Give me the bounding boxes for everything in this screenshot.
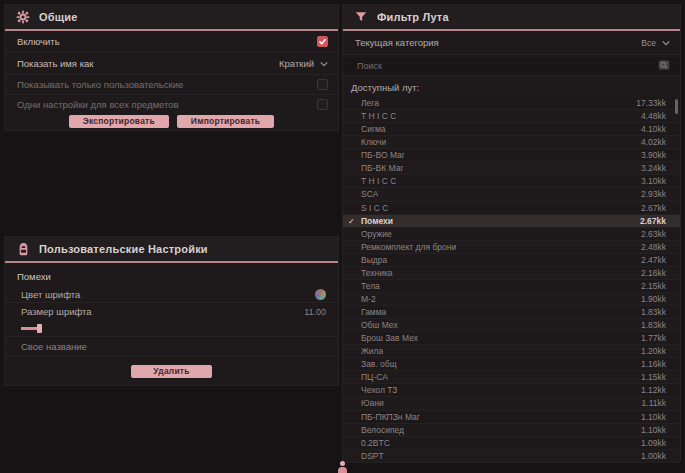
scrollbar-thumb[interactable]	[675, 99, 678, 114]
loot-list-item[interactable]: Сигма4.10kk	[343, 123, 680, 136]
loot-item-name: Чехол ТЗ	[361, 385, 397, 395]
font-color-label: Цвет шрифта	[21, 289, 80, 300]
loot-list-item[interactable]: S I С С2.67kk	[343, 202, 680, 215]
search-icon[interactable]	[658, 57, 670, 75]
loot-item-value: 1.20kk	[641, 346, 666, 356]
category-label: Текущая категория	[355, 37, 439, 48]
loot-list-item[interactable]: 0.2BTC1.09kk	[343, 437, 680, 450]
loot-list-item[interactable]: Зав. общ1.16kk	[343, 358, 680, 371]
setting-row-only-custom: Показывать только пользовательские	[5, 75, 338, 95]
loot-list-item[interactable]: ПБ-ВК Маг3.24kk	[343, 162, 680, 175]
loot-item-name: Сигма	[361, 124, 386, 134]
loot-list-item[interactable]: ПБ-ВО Маг3.90kk	[343, 149, 680, 162]
loot-list-item[interactable]: Выдра2.47kk	[343, 254, 680, 267]
loot-item-value: 1.00kk	[641, 451, 666, 461]
search-input[interactable]: Поиск	[343, 57, 680, 76]
loot-list-item[interactable]: Техника2.16kk	[343, 267, 680, 280]
loot-item-value: 4.10kk	[641, 124, 666, 134]
color-wheel-icon[interactable]	[315, 289, 326, 300]
font-color-row[interactable]: Цвет шрифта	[5, 286, 338, 303]
only-custom-checkbox[interactable]	[317, 79, 328, 90]
loot-item-name: Ключи	[361, 137, 386, 147]
export-button[interactable]: Экспортировать	[69, 115, 169, 128]
loot-list-item[interactable]: ПБ-ПКПЗн Маг1.10kk	[343, 411, 680, 424]
loot-item-name: ПБ-ВО Маг	[361, 150, 405, 160]
general-panel: Общие Включить Показать имя как Краткий …	[4, 4, 339, 131]
loot-item-name: Ремкомплект для брони	[361, 242, 456, 252]
selected-item-name: Помехи	[5, 263, 338, 286]
loot-list-item[interactable]: Тела2.15kk	[343, 280, 680, 293]
custom-name-input[interactable]: Свое название	[21, 341, 87, 352]
loot-list-item[interactable]: DSPT1.00kk	[343, 450, 680, 463]
same-settings-checkbox[interactable]	[317, 99, 328, 110]
loot-list-item[interactable]: Жила1.20kk	[343, 345, 680, 358]
loot-item-value: 1.10kk	[641, 425, 666, 435]
loot-list-item[interactable]: ПЦ-СА1.15kk	[343, 371, 680, 384]
loot-item-name: ПБ-ВК Маг	[361, 163, 404, 173]
loot-list-item[interactable]: Ремкомплект для брони2.48kk	[343, 241, 680, 254]
category-row: Текущая категория Все	[343, 31, 680, 55]
loot-list-item[interactable]: Брош Зав Мех1.77kk	[343, 332, 680, 345]
loot-item-name: М-2	[361, 294, 376, 304]
loot-list-item[interactable]: Т Н I С С3.10kk	[343, 175, 680, 188]
category-value: Все	[641, 38, 656, 48]
loot-item-value: 1.90kk	[641, 294, 666, 304]
loot-item-value: 2.67kk	[640, 216, 666, 226]
loot-item-name: Т Н I С С	[361, 176, 396, 186]
import-button[interactable]: Импортировать	[177, 115, 274, 128]
gear-icon	[15, 9, 31, 25]
slider-handle[interactable]	[37, 324, 42, 333]
loot-item-value: 3.10kk	[641, 176, 666, 186]
delete-button[interactable]: Удалить	[131, 365, 211, 378]
loot-item-name: Велосипед	[361, 425, 404, 435]
loot-list-item[interactable]: SCA2.93kk	[343, 188, 680, 201]
custom-name-row[interactable]: Свое название	[5, 337, 338, 357]
loot-filter-title: Фильтр Лута	[377, 11, 449, 23]
chevron-down-icon	[662, 39, 670, 47]
loot-item-value: 1.09kk	[641, 438, 666, 448]
loot-list-item[interactable]: Гамма1.83kk	[343, 306, 680, 319]
name-display-dropdown[interactable]: Краткий	[279, 58, 328, 69]
export-import-row: Экспортировать Импортировать	[5, 113, 338, 130]
loot-item-name: Тела	[361, 281, 380, 291]
enable-checkbox[interactable]	[317, 36, 328, 47]
loot-item-name: S I С С	[361, 203, 388, 213]
delete-row: Удалить	[5, 360, 338, 382]
loot-list-item[interactable]: М-21.90kk	[343, 293, 680, 306]
backpack-icon	[15, 241, 31, 257]
loot-item-name: Лега	[361, 98, 379, 108]
loot-filter-header: Фильтр Лута	[343, 5, 680, 31]
loot-list-item[interactable]: Оружие2.63kk	[343, 228, 680, 241]
font-size-row: Размер шрифта 11.00	[5, 303, 338, 320]
loot-list-item[interactable]: Юани1.11kk	[343, 397, 680, 410]
loot-item-value: 1.15kk	[641, 372, 666, 382]
only-custom-label: Показывать только пользовательские	[17, 79, 183, 90]
loot-list-item[interactable]: Лега17.33kk	[343, 97, 680, 110]
loot-list-item[interactable]: Т Н I С С4.48kk	[343, 110, 680, 123]
loot-item-name: Обш Мех	[361, 320, 398, 330]
loot-item-value: 2.93kk	[641, 189, 666, 199]
loot-list-item[interactable]: Велосипед1.10kk	[343, 424, 680, 437]
loot-list-item[interactable]: Ключи4.02kk	[343, 136, 680, 149]
loot-list-item[interactable]: Обш Мех1.83kk	[343, 319, 680, 332]
loot-item-value: 1.16kk	[641, 359, 666, 369]
loot-item-value: 3.24kk	[641, 163, 666, 173]
loot-item-value: 4.02kk	[641, 137, 666, 147]
loot-filter-panel: Фильтр Лута Текущая категория Все Поиск …	[342, 4, 681, 461]
loot-item-value: 3.90kk	[641, 150, 666, 160]
category-dropdown[interactable]: Все	[641, 38, 670, 48]
setting-row-name-display: Показать имя как Краткий	[5, 53, 338, 75]
loot-list-item[interactable]: Чехол ТЗ1.12kk	[343, 384, 680, 397]
loot-item-value: 2.48kk	[641, 242, 666, 252]
font-size-slider[interactable]	[21, 322, 322, 334]
loot-list-item[interactable]: ✓Помехи2.67kk	[343, 215, 680, 228]
funnel-icon	[353, 9, 369, 25]
loot-item-value: 1.12kk	[641, 385, 666, 395]
name-display-value: Краткий	[279, 58, 314, 69]
check-icon: ✓	[348, 217, 355, 226]
drag-handle-icon[interactable]	[337, 461, 348, 473]
name-display-label: Показать имя как	[17, 58, 93, 69]
loot-item-value: 2.47kk	[641, 255, 666, 265]
font-size-value: 11.00	[304, 307, 326, 317]
loot-item-name: Техника	[361, 268, 393, 278]
